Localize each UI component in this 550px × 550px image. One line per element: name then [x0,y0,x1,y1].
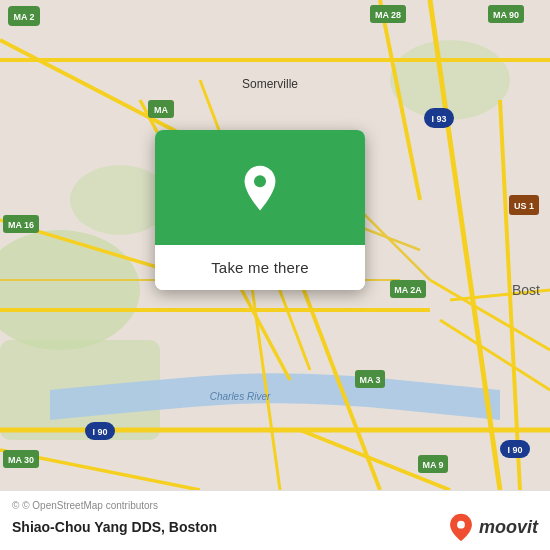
svg-point-55 [457,521,465,529]
popup-card: Take me there [155,130,365,290]
svg-text:MA 90: MA 90 [493,10,519,20]
popup-header [155,130,365,245]
map-container: MA 2 MA MA 16 MA 28 MA 90 I 93 US 1 MA 2… [0,0,550,490]
svg-text:I 93: I 93 [431,114,446,124]
moovit-text: moovit [479,517,538,538]
svg-point-54 [254,175,266,187]
svg-text:MA 9: MA 9 [422,460,443,470]
take-me-there-button[interactable]: Take me there [155,245,365,290]
svg-text:US 1: US 1 [514,201,534,211]
svg-text:MA 28: MA 28 [375,10,401,20]
location-pin-icon [236,164,284,212]
svg-text:MA 3: MA 3 [359,375,380,385]
place-name: Shiao-Chou Yang DDS, Boston [12,519,217,535]
bottom-content: Shiao-Chou Yang DDS, Boston moovit [12,513,538,541]
copyright-symbol: © [12,500,19,511]
attribution-text: © © OpenStreetMap contributors [12,500,538,511]
svg-text:Somerville: Somerville [242,77,298,91]
svg-text:MA: MA [154,105,168,115]
svg-text:I 90: I 90 [92,427,107,437]
moovit-icon [447,513,475,541]
svg-text:MA 2A: MA 2A [394,285,422,295]
svg-text:MA 2: MA 2 [13,12,34,22]
svg-text:Charles River: Charles River [210,391,271,402]
svg-text:MA 16: MA 16 [8,220,34,230]
attribution-label: © OpenStreetMap contributors [22,500,158,511]
svg-text:I 90: I 90 [507,445,522,455]
svg-point-4 [390,40,510,120]
svg-text:MA 30: MA 30 [8,455,34,465]
svg-text:Bost: Bost [512,282,540,298]
bottom-bar: © © OpenStreetMap contributors Shiao-Cho… [0,490,550,550]
moovit-logo: moovit [447,513,538,541]
